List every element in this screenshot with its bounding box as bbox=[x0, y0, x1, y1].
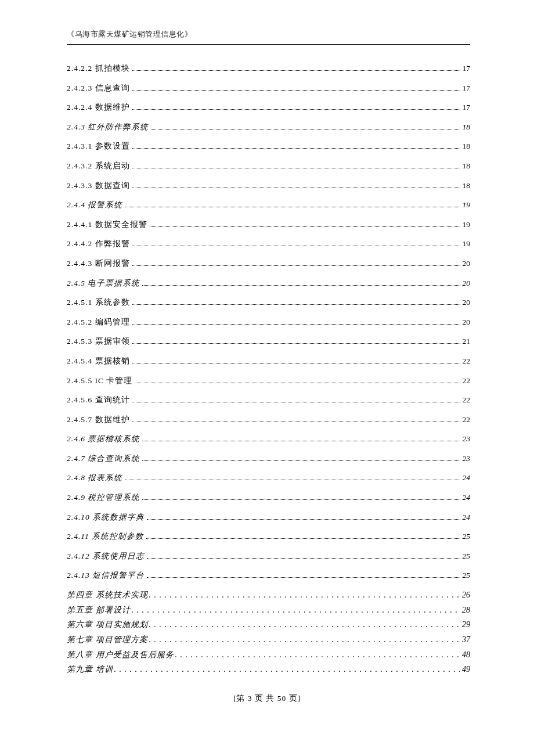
toc-entry-page: 25 bbox=[463, 569, 471, 582]
toc-entry-page: 24 bbox=[463, 511, 471, 524]
toc-entry: 2.4.11 系统控制参数25 bbox=[67, 530, 470, 543]
toc-entry: 2.4.3.3 数据查询18 bbox=[67, 179, 470, 192]
chapter-leader-dots: . . . . . . . . . . . . . . . . . . . . … bbox=[175, 649, 461, 661]
toc-leader-dots bbox=[147, 519, 460, 520]
toc-entry-page: 18 bbox=[463, 121, 471, 134]
toc-entry-page: 18 bbox=[463, 140, 471, 153]
toc-leader-dots bbox=[132, 422, 460, 422]
toc-entry: 2.4.4.1 数据安全报警19 bbox=[67, 218, 470, 231]
chapter-entry-page: 37 bbox=[462, 633, 470, 646]
toc-leader-dots bbox=[132, 343, 460, 344]
chapter-entry: 第五章 部署设计. . . . . . . . . . . . . . . . … bbox=[67, 604, 470, 617]
toc-leader-dots bbox=[146, 538, 460, 539]
toc-leader-dots bbox=[142, 285, 460, 286]
chapter-entry-page: 26 bbox=[462, 589, 470, 602]
toc-entry-page: 20 bbox=[463, 257, 471, 270]
toc-entry: 2.4.3.2 系统启动18 bbox=[67, 160, 470, 172]
toc-leader-dots bbox=[135, 383, 460, 383]
toc-entry-label: 2.4.5.6 查询统计 bbox=[67, 394, 130, 406]
chapter-entry-label: 第九章 培训 bbox=[67, 663, 113, 676]
toc-leader-dots bbox=[147, 558, 460, 559]
toc-entry-label: 2.4.5.2 编码管理 bbox=[67, 316, 130, 329]
toc-leader-dots bbox=[132, 109, 460, 110]
toc-entry-page: 24 bbox=[463, 491, 471, 504]
toc-entry-page: 17 bbox=[463, 101, 471, 114]
toc-entry: 2.4.12 系统使用日志25 bbox=[67, 550, 470, 563]
toc-leader-dots bbox=[125, 207, 460, 207]
toc-entry-label: 2.4.3 红外防作弊系统 bbox=[67, 121, 149, 134]
toc-entry-label: 2.4.4.2 作弊报警 bbox=[67, 237, 130, 250]
toc-entry: 2.4.7 综合查询系统23 bbox=[67, 452, 470, 465]
toc-entry: 2.4.4.2 作弊报警19 bbox=[67, 237, 470, 250]
toc-entry-label: 2.4.13 短信报警平台 bbox=[67, 569, 145, 582]
chapter-leader-dots: . . . . . . . . . . . . . . . . . . . . … bbox=[149, 618, 461, 631]
toc-entry-page: 20 bbox=[463, 277, 471, 290]
toc-entry: 2.4.8 报表系统24 bbox=[67, 471, 470, 484]
toc-entry-page: 17 bbox=[463, 82, 471, 95]
chapter-leader-dots: . . . . . . . . . . . . . . . . . . . . … bbox=[149, 633, 461, 646]
toc-entry-page: 20 bbox=[463, 316, 471, 329]
toc-entry-label: 2.4.6 票据稽核系统 bbox=[67, 433, 140, 445]
chapter-list: 第四章 系统技术实现. . . . . . . . . . . . . . . … bbox=[67, 589, 470, 676]
toc-leader-dots bbox=[132, 148, 460, 149]
toc-entry: 2.4.5.2 编码管理20 bbox=[67, 316, 470, 329]
toc-entry-page: 25 bbox=[463, 530, 471, 543]
toc-entry-page: 23 bbox=[463, 433, 471, 445]
toc-entry-label: 2.4.4.3 断网报警 bbox=[67, 257, 130, 270]
toc-leader-dots bbox=[132, 304, 460, 305]
chapter-leader-dots: . . . . . . . . . . . . . . . . . . . . … bbox=[132, 604, 461, 617]
toc-entry-page: 17 bbox=[463, 62, 471, 75]
toc-entry-label: 2.4.3.3 数据查询 bbox=[67, 179, 130, 192]
table-of-contents: 2.4.2.2 抓拍模块172.4.2.3 信息查询172.4.2.4 数据维护… bbox=[67, 62, 470, 582]
chapter-entry: 第八章 用户受益及售后服务. . . . . . . . . . . . . .… bbox=[67, 649, 470, 661]
toc-entry-label: 2.4.8 报表系统 bbox=[67, 471, 122, 484]
toc-entry: 2.4.9 税控管理系统24 bbox=[67, 491, 470, 504]
toc-entry-label: 2.4.4.1 数据安全报警 bbox=[67, 218, 147, 231]
toc-entry-label: 2.4.2.4 数据维护 bbox=[67, 101, 130, 114]
toc-entry: 2.4.2.4 数据维护17 bbox=[67, 101, 470, 114]
toc-leader-dots bbox=[142, 499, 460, 500]
chapter-entry-label: 第七章 项目管理方案 bbox=[67, 633, 148, 646]
toc-leader-dots bbox=[142, 441, 460, 441]
chapter-leader-dots: . . . . . . . . . . . . . . . . . . . . … bbox=[149, 589, 461, 602]
document-page: 《乌海市露天煤矿运销管理信息化》 2.4.2.2 抓拍模块172.4.2.3 信… bbox=[0, 0, 534, 676]
toc-entry: 2.4.2.2 抓拍模块17 bbox=[67, 62, 470, 75]
toc-entry-page: 22 bbox=[463, 375, 471, 387]
toc-entry-label: 2.4.5.4 票据核销 bbox=[67, 355, 130, 368]
toc-leader-dots bbox=[132, 402, 460, 402]
toc-leader-dots bbox=[132, 188, 460, 188]
toc-entry: 2.4.5 电子票据系统20 bbox=[67, 277, 470, 290]
toc-entry: 2.4.10 系统数据字典24 bbox=[67, 511, 470, 524]
toc-entry-label: 2.4.5.5 IC 卡管理 bbox=[67, 375, 132, 387]
toc-entry-label: 2.4.12 系统使用日志 bbox=[67, 550, 145, 563]
toc-leader-dots bbox=[132, 168, 460, 168]
toc-entry-page: 18 bbox=[463, 179, 471, 192]
toc-entry-label: 2.4.5.3 票据审领 bbox=[67, 335, 130, 348]
toc-entry-label: 2.4.2.2 抓拍模块 bbox=[67, 62, 130, 75]
toc-entry: 2.4.5.5 IC 卡管理22 bbox=[67, 375, 470, 387]
toc-entry: 2.4.3 红外防作弊系统18 bbox=[67, 121, 470, 134]
toc-entry: 2.4.13 短信报警平台25 bbox=[67, 569, 470, 582]
toc-entry-page: 19 bbox=[463, 218, 471, 231]
toc-entry: 2.4.4.3 断网报警20 bbox=[67, 257, 470, 270]
toc-entry-label: 2.4.5.7 数据维护 bbox=[67, 413, 130, 426]
toc-leader-dots bbox=[132, 363, 460, 363]
toc-entry: 2.4.5.6 查询统计22 bbox=[67, 394, 470, 406]
toc-leader-dots bbox=[132, 70, 460, 71]
toc-entry-label: 2.4.3.2 系统启动 bbox=[67, 160, 130, 172]
chapter-entry: 第九章 培训. . . . . . . . . . . . . . . . . … bbox=[67, 663, 470, 676]
toc-entry-page: 23 bbox=[463, 452, 471, 465]
toc-entry-label: 2.4.5 电子票据系统 bbox=[67, 277, 140, 290]
toc-entry: 2.4.5.3 票据审领21 bbox=[67, 335, 470, 348]
toc-entry-label: 2.4.3.1 参数设置 bbox=[67, 140, 130, 153]
toc-entry: 2.4.2.3 信息查询17 bbox=[67, 82, 470, 95]
toc-entry-page: 22 bbox=[463, 413, 471, 426]
toc-leader-dots bbox=[142, 460, 460, 461]
chapter-entry-label: 第四章 系统技术实现 bbox=[67, 589, 148, 602]
toc-entry-label: 2.4.5.1 系统参数 bbox=[67, 296, 130, 309]
toc-entry-page: 25 bbox=[463, 550, 471, 563]
toc-entry: 2.4.5.4 票据核销22 bbox=[67, 355, 470, 368]
page-header: 《乌海市露天煤矿运销管理信息化》 bbox=[67, 29, 470, 45]
chapter-entry-label: 第八章 用户受益及售后服务 bbox=[67, 649, 174, 661]
toc-entry-page: 19 bbox=[463, 199, 471, 211]
